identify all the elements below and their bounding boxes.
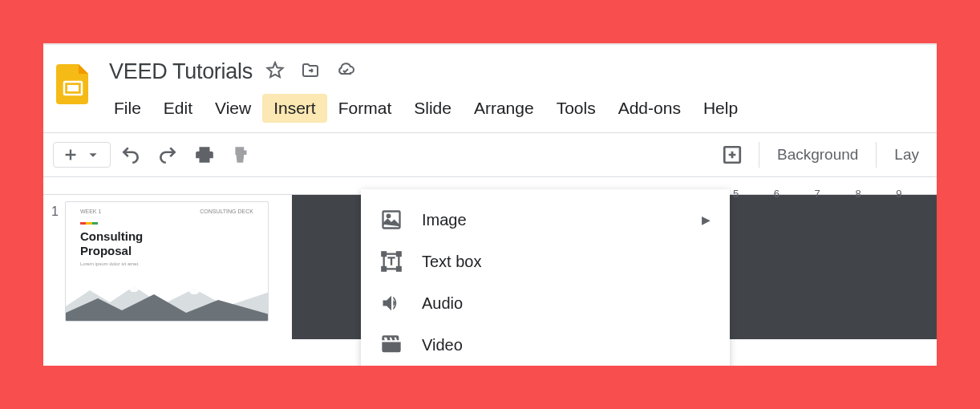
- svg-rect-1: [67, 85, 79, 91]
- insert-dropdown-menu: Image ▶ Text box Audio Video: [361, 189, 730, 366]
- insert-audio-item[interactable]: Audio: [361, 282, 730, 324]
- svg-rect-6: [382, 252, 386, 256]
- slide-thumbnail-panel: 1 WEEK 1 CONSULTING DECK ConsultingPropo…: [43, 195, 292, 339]
- insert-image-item[interactable]: Image ▶: [361, 199, 730, 241]
- move-folder-icon[interactable]: [301, 61, 320, 83]
- insert-textbox-item[interactable]: Text box: [361, 241, 730, 282]
- video-icon: [380, 334, 403, 356]
- menu-edit[interactable]: Edit: [152, 94, 204, 123]
- menu-help[interactable]: Help: [692, 94, 749, 123]
- menu-file[interactable]: File: [103, 94, 152, 123]
- print-button[interactable]: [188, 140, 221, 170]
- slide-number: 1: [51, 204, 59, 333]
- new-slide-button[interactable]: [53, 142, 111, 168]
- menu-tools[interactable]: Tools: [545, 94, 607, 123]
- svg-rect-9: [397, 267, 401, 271]
- title-row: VEED Tutorials: [109, 59, 927, 84]
- toolbar-divider: [759, 142, 759, 168]
- thumbnail-header: WEEK 1 CONSULTING DECK: [66, 202, 268, 214]
- background-button[interactable]: Background: [769, 146, 866, 164]
- header: VEED Tutorials File Edit View Insert For…: [43, 45, 937, 123]
- thumbnail-title: ConsultingProposal: [66, 229, 268, 258]
- dropdown-item-label: Image: [422, 211, 467, 229]
- title-actions: [265, 61, 355, 83]
- undo-button[interactable]: [114, 140, 148, 170]
- textbox-icon: [380, 250, 403, 273]
- dropdown-item-label: Audio: [422, 294, 463, 313]
- slide-thumbnail[interactable]: WEEK 1 CONSULTING DECK ConsultingProposa…: [65, 201, 269, 322]
- menu-format[interactable]: Format: [327, 94, 403, 123]
- redo-button[interactable]: [151, 140, 184, 170]
- star-icon[interactable]: [265, 61, 285, 83]
- audio-icon: [380, 292, 403, 314]
- thumbnail-subtitle: Lorem ipsum dolor sit amet.: [66, 258, 268, 266]
- title-area: VEED Tutorials File Edit View Insert For…: [109, 59, 927, 123]
- submenu-chevron-icon: ▶: [702, 213, 711, 226]
- document-title[interactable]: VEED Tutorials: [109, 59, 253, 84]
- layout-button[interactable]: Lay: [886, 146, 927, 164]
- menu-addons[interactable]: Add-ons: [607, 94, 692, 123]
- dropdown-item-label: Video: [422, 336, 463, 354]
- toolbar: Background Lay: [43, 132, 937, 177]
- menubar: File Edit View Insert Format Slide Arran…: [103, 94, 927, 123]
- app-window: VEED Tutorials File Edit View Insert For…: [43, 43, 937, 366]
- insert-video-item[interactable]: Video: [361, 324, 730, 366]
- menu-arrange[interactable]: Arrange: [463, 94, 545, 123]
- svg-rect-8: [382, 267, 386, 271]
- svg-rect-7: [397, 252, 401, 256]
- menu-slide[interactable]: Slide: [403, 94, 463, 123]
- thumbnail-header-left: WEEK 1: [80, 209, 101, 214]
- dropdown-item-label: Text box: [422, 253, 481, 271]
- svg-point-4: [387, 215, 391, 218]
- toolbar-divider: [876, 142, 877, 168]
- dropdown-caret-icon: [84, 146, 102, 164]
- thumbnail-header-right: CONSULTING DECK: [200, 209, 253, 214]
- menu-view[interactable]: View: [204, 94, 262, 123]
- thumbnail-mountain-graphic: [66, 282, 269, 321]
- add-box-button[interactable]: [715, 140, 749, 170]
- thumbnail-accent-bar: [80, 222, 98, 225]
- slides-logo-icon[interactable]: [53, 63, 95, 104]
- menu-insert[interactable]: Insert: [262, 94, 327, 123]
- image-icon: [380, 209, 403, 231]
- cloud-status-icon[interactable]: [336, 61, 355, 83]
- paint-format-button[interactable]: [225, 140, 258, 170]
